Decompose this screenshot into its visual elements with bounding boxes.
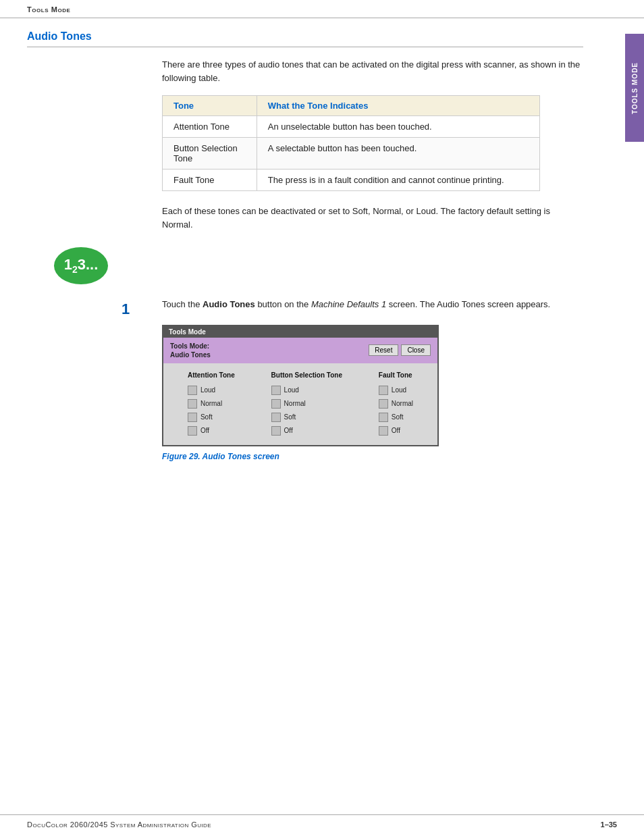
col3-header: Fault Tone <box>379 371 412 379</box>
ui-header-line1: Tools Mode: <box>170 342 211 350</box>
ui-mockup-columns: Attention Tone Loud Normal <box>173 371 428 437</box>
sidebar-label: Tools Mode <box>631 61 639 113</box>
col1-soft: Soft <box>188 413 213 422</box>
steps-badge: 123... <box>54 247 108 284</box>
footer-right: 1–35 <box>601 820 617 829</box>
tone-cell-1: Button Selection Tone <box>163 138 257 170</box>
label-off-1: Off <box>200 427 209 434</box>
radio-loud-2[interactable] <box>271 386 281 395</box>
section-heading: Audio Tones <box>27 30 583 47</box>
col1-loud: Loud <box>188 386 215 395</box>
label-normal-3: Normal <box>392 400 413 407</box>
header-title: Tools Mode <box>27 5 70 14</box>
radio-off-1[interactable] <box>188 426 197 436</box>
radio-loud-3[interactable] <box>379 386 388 395</box>
figure-caption: Figure 29. Audio Tones screen <box>162 452 583 461</box>
ui-col-attention: Attention Tone Loud Normal <box>188 371 235 437</box>
table-row: Button Selection ToneA selectable button… <box>163 138 540 170</box>
radio-soft-1[interactable] <box>188 413 197 422</box>
page-footer: DocuColor 2060/2045 System Administratio… <box>0 814 644 834</box>
label-soft-2: Soft <box>284 413 296 421</box>
step-1-body: Touch the Audio Tones button on the Mach… <box>162 299 550 309</box>
label-loud-2: Loud <box>284 386 299 394</box>
ui-mockup: Tools Mode Tools Mode: Audio Tones Reset… <box>162 325 439 446</box>
ui-mockup-wrapper: Tools Mode Tools Mode: Audio Tones Reset… <box>162 325 583 446</box>
label-normal-2: Normal <box>284 400 306 407</box>
page-wrapper: Tools Mode Tools Mode Audio Tones There … <box>0 0 644 834</box>
label-loud-3: Loud <box>392 386 406 394</box>
radio-normal-3[interactable] <box>379 399 388 409</box>
ui-mockup-body: Attention Tone Loud Normal <box>163 363 437 445</box>
footer-left: DocuColor 2060/2045 System Administratio… <box>27 820 211 829</box>
radio-loud-1[interactable] <box>188 386 197 395</box>
step-1-number: 1 <box>122 298 149 320</box>
label-loud-1: Loud <box>200 386 215 394</box>
col3-normal: Normal <box>379 399 413 409</box>
step-1-bold: Audio Tones <box>203 299 255 309</box>
step-1-italic: Machine Defaults 1 <box>311 299 386 309</box>
tone-cell-0: Attention Tone <box>163 116 257 138</box>
tone-cell-2: Fault Tone <box>163 170 257 191</box>
col2-off: Off <box>271 426 293 436</box>
table-row: Attention ToneAn unselectable button has… <box>163 116 540 138</box>
ui-mockup-header-text: Tools Mode: Audio Tones <box>170 342 211 359</box>
label-normal-1: Normal <box>200 400 222 407</box>
radio-normal-1[interactable] <box>188 399 197 409</box>
col1-normal: Normal <box>188 399 222 409</box>
col2-normal: Normal <box>271 399 306 409</box>
radio-off-3[interactable] <box>379 426 388 436</box>
close-button[interactable]: Close <box>401 344 431 356</box>
badge-text: 123... <box>64 256 99 275</box>
col3-off: Off <box>379 426 400 436</box>
ui-mockup-header: Tools Mode: Audio Tones Reset Close <box>163 338 437 363</box>
radio-normal-2[interactable] <box>271 399 281 409</box>
table-row: Fault ToneThe press is in a fault condit… <box>163 170 540 191</box>
desc-cell-2: The press is in a fault condition and ca… <box>257 170 539 191</box>
col3-soft: Soft <box>379 413 404 422</box>
ui-header-line2: Audio Tones <box>170 350 211 359</box>
ui-col-button-selection: Button Selection Tone Loud Normal <box>271 371 342 437</box>
ui-mockup-titlebar: Tools Mode <box>163 326 437 338</box>
radio-soft-2[interactable] <box>271 413 281 422</box>
intro-text: There are three types of audio tones tha… <box>162 58 583 84</box>
label-off-3: Off <box>392 427 400 434</box>
col2-loud: Loud <box>271 386 299 395</box>
col3-loud: Loud <box>379 386 406 395</box>
step-1-instruction: 1 Touch the Audio Tones button on the Ma… <box>162 298 583 311</box>
table-col1-header: Tone <box>163 96 257 116</box>
col1-off: Off <box>188 426 209 436</box>
radio-soft-3[interactable] <box>379 413 388 422</box>
top-header: Tools Mode <box>0 0 644 18</box>
ui-col-fault: Fault Tone Loud Normal Sof <box>379 371 413 437</box>
col1-header: Attention Tone <box>188 371 235 379</box>
label-off-2: Off <box>284 427 293 434</box>
main-content: Audio Tones There are three types of aud… <box>0 18 624 502</box>
col2-soft: Soft <box>271 413 296 422</box>
after-table-text: Each of these tones can be deactivated o… <box>162 205 583 231</box>
sidebar-tab: Tools Mode <box>625 34 644 142</box>
ui-mockup-buttons: Reset Close <box>369 344 431 356</box>
desc-cell-0: An unselectable button has been touched. <box>257 116 539 138</box>
steps-icon-area: 123... <box>54 247 583 284</box>
label-soft-1: Soft <box>200 413 213 421</box>
table-col2-header: What the Tone Indicates <box>257 96 539 116</box>
tone-table: Tone What the Tone Indicates Attention T… <box>162 95 540 191</box>
radio-off-2[interactable] <box>271 426 281 436</box>
desc-cell-1: A selectable button has been touched. <box>257 138 539 170</box>
reset-button[interactable]: Reset <box>369 344 398 356</box>
label-soft-3: Soft <box>392 413 404 421</box>
col2-header: Button Selection Tone <box>271 371 342 379</box>
